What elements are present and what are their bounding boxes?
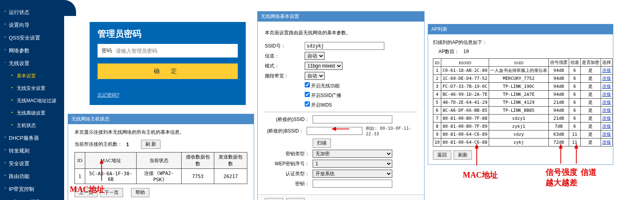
hosts-help-button[interactable]: 帮助 [131, 188, 149, 197]
next-page-button[interactable]: 下一页 [100, 188, 123, 197]
wireless-settings-panel: 无线网络基本设置 本页面设置路由器无线网络的基本参数。 SSID号： 信道：自动… [257, 11, 425, 200]
connect-link[interactable]: 连接 [602, 84, 611, 89]
table-header: ID [433, 59, 441, 67]
password-label: 密码 [102, 47, 112, 54]
sidebar-item[interactable]: 无线MAC地址过滤 [0, 95, 64, 107]
ap-scan-label: 扫描到的AP的信息如下： [433, 39, 608, 46]
enable-wds-checkbox[interactable]: 开启WDS [305, 102, 332, 108]
bridge-ssid-input[interactable] [313, 115, 392, 123]
table-header: 是否加密 [580, 59, 601, 67]
bssid-example: 例如: 00-1D-0F-11-22-33 [366, 125, 417, 137]
ssid-input[interactable] [305, 42, 384, 50]
sidebar-item[interactable]: IP与MAC绑定 [0, 196, 64, 200]
sidebar-item[interactable]: 无线安全设置 [0, 82, 64, 95]
mode-label: 模式： [265, 63, 305, 69]
ap-table: IDBSSIDSSID信号强度信道是否加密选择 1C0-61-18-AB-2C-… [433, 58, 613, 147]
connect-link[interactable]: 连接 [602, 124, 611, 129]
sidebar-item[interactable]: 运行状态 [0, 6, 64, 19]
channel-label: 信道： [265, 53, 305, 59]
table-row: 880-81-00-B0-7F-89zykj17dB6是连接 [433, 123, 613, 131]
auth-label: 认证类型： [265, 170, 313, 177]
prev-page-button[interactable]: 上一页 [74, 188, 98, 197]
wifi-desc: 本页面设置路由器无线网络的基本参数。 [265, 30, 417, 36]
login-submit-button[interactable]: 确 定 [98, 63, 238, 79]
connect-link[interactable]: 连接 [602, 140, 611, 145]
connect-link[interactable]: 连接 [602, 108, 611, 113]
table-row: 980-81-00-64-C6-89sdzy63dB11是连接 [433, 131, 613, 139]
wepidx-label: WEP密钥序号： [265, 160, 313, 167]
bridge-bssid-label: (桥接的)BSSID： [265, 128, 307, 135]
hosts-desc: 本页显示连接到本无线网络的所有主机的基本信息。 [74, 129, 247, 136]
table-header: 当前状态 [137, 152, 182, 169]
password-input[interactable] [116, 48, 234, 54]
keytype-select[interactable]: 无加密 [313, 150, 392, 158]
connect-link[interactable]: 连接 [602, 100, 611, 105]
save-button[interactable]: 保存 [265, 198, 283, 200]
table-header: SSID [489, 59, 548, 67]
hosts-refresh-button[interactable]: 刷 新 [141, 140, 161, 149]
table-row: 1080-81-00-64-C6-88zykj72dB11是连接 [433, 139, 613, 147]
hosts-table: IDMAC地址当前状态接收数据包数发送数据包数 15C-A8-6A-1F-38-… [74, 152, 247, 184]
ap-back-button[interactable]: 返回 [433, 150, 451, 160]
sidebar-item[interactable]: 主机状态 [0, 119, 64, 132]
sidebar-item[interactable]: IP带宽控制 [0, 183, 64, 196]
wifi-title: 无线网络基本设置 [258, 12, 424, 22]
forgot-password-link[interactable]: 忘记密码? [98, 92, 119, 99]
hosts-count: 1 [126, 142, 129, 147]
auth-select[interactable]: 开放系统 [313, 170, 392, 178]
sidebar-item[interactable]: 设置向导 [0, 19, 64, 32]
table-row: 548-7D-2E-64-41-29TP-LINK_412921dB6是连接 [433, 99, 613, 107]
sidebar: 运行状态设置向导QSS安全设置网络参数无线设置基本设置无线安全设置无线MAC地址… [0, 0, 64, 200]
table-row: 21C-60-DE-D4-77-52MERCURY_775294dB6是连接 [433, 75, 613, 83]
annotation-channel: 信道 [581, 167, 597, 178]
bridge-bssid-input[interactable] [307, 127, 362, 135]
sidebar-item[interactable]: 转发规则 [0, 145, 64, 157]
table-row: 68C-A6-DF-66-BB-85TP-LINK_BB8594dB6是连接 [433, 107, 613, 115]
ap-count: 10 [463, 49, 469, 54]
annotation-bigger-worse: 越大越差 [546, 177, 577, 188]
keytype-label: 密钥类型： [265, 150, 313, 157]
ap-refresh-button[interactable]: 刷新 [454, 150, 472, 160]
sidebar-item[interactable]: DHCP服务器 [0, 132, 64, 145]
connect-link[interactable]: 连接 [602, 116, 611, 121]
table-header: ID [75, 152, 85, 169]
enable-wireless-checkbox[interactable]: 开启无线功能 [305, 83, 340, 89]
connect-link[interactable]: 连接 [602, 76, 611, 81]
table-header: 信号强度 [548, 59, 569, 67]
sidebar-item[interactable]: 安全设置 [0, 157, 64, 170]
sidebar-item[interactable]: 网络参数 [0, 44, 64, 57]
key-input[interactable] [313, 180, 392, 188]
table-row: 780-81-00-B0-7F-88sdzy121dB6是连接 [433, 115, 613, 123]
table-row: 1C0-61-18-AB-2C-80一人血书去掉班服上的座位表94dB6是连接 [433, 67, 613, 75]
sidebar-item[interactable]: QSS安全设置 [0, 32, 64, 44]
sidebar-item[interactable]: 无线高级设置 [0, 107, 64, 119]
ap-count-label: AP数目： [438, 49, 459, 54]
table-header: 接收数据包数 [182, 152, 214, 169]
scan-button[interactable]: 扫描 [313, 139, 331, 148]
sidebar-item[interactable]: 基本设置 [0, 70, 64, 82]
annotation-mac2: MAC地址 [463, 170, 498, 180]
table-header: 选择 [601, 59, 612, 67]
wireless-hosts-panel: 无线网络主机状态 本页显示连接到本无线网络的所有主机的基本信息。 当前所连接的主… [68, 114, 254, 200]
bridge-ssid-label: (桥接的)SSID： [265, 116, 313, 123]
corner-curve [64, 0, 76, 16]
key-label: 密钥： [265, 180, 313, 187]
wifi-help-button[interactable]: 帮助 [286, 198, 305, 200]
connect-link[interactable]: 连接 [602, 132, 611, 137]
connect-link[interactable]: 连接 [602, 92, 611, 97]
channel-select[interactable]: 自动 [305, 52, 325, 60]
table-row: 15C-A8-6A-1F-38-6B连接 (WPA2-PSK)775326217 [75, 169, 247, 184]
connect-link[interactable]: 连接 [602, 68, 611, 73]
mode-select[interactable]: 11bgn mixed [305, 62, 343, 70]
enable-ssid-broadcast-checkbox[interactable]: 开启SSID广播 [305, 93, 341, 98]
table-header: 信道 [569, 59, 580, 67]
login-title: 管理员密码 [90, 22, 246, 44]
wepidx-select[interactable]: 1 [313, 160, 392, 168]
bandwidth-label: 频段带宽： [265, 73, 305, 79]
sidebar-item[interactable]: 路由功能 [0, 170, 64, 183]
bandwidth-select[interactable]: 自动 [305, 72, 325, 80]
ap-list-panel: AP列表 扫描到的AP的信息如下： AP数目： 10 IDBSSIDSSID信号… [428, 24, 613, 165]
sidebar-item[interactable]: 无线设置 [0, 57, 64, 70]
table-header: MAC地址 [85, 152, 137, 169]
table-header: BSSID [441, 59, 489, 67]
